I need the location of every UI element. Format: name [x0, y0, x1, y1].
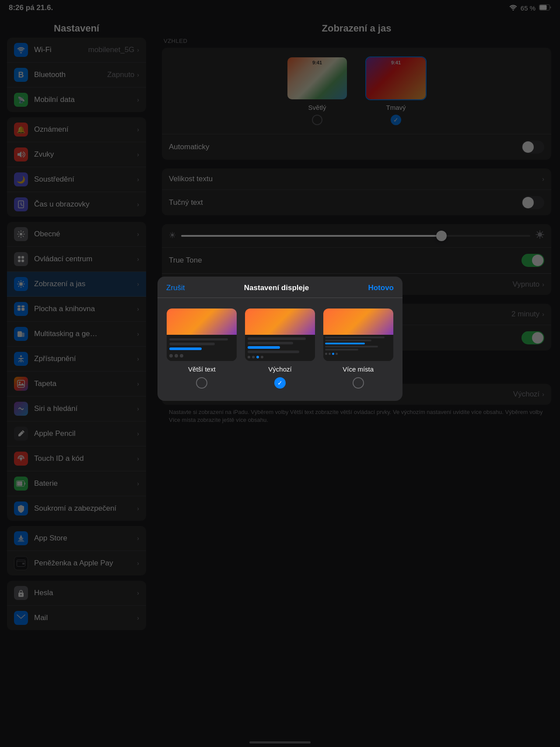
default-bottom	[245, 335, 315, 361]
modal-option-morespace[interactable]: Více místa	[322, 309, 394, 389]
default-radio[interactable]: ✓	[274, 377, 286, 389]
bigger-label: Větší text	[188, 365, 216, 373]
morespace-radio[interactable]	[353, 377, 364, 389]
default-wallpaper	[245, 309, 315, 335]
morespace-wallpaper	[323, 309, 393, 335]
modal-overlay[interactable]: Zrušit Nastavení displeje Hotovo	[0, 0, 560, 747]
modal-option-bigger[interactable]: Větší text	[166, 309, 238, 389]
modal-done-button[interactable]: Hotovo	[368, 284, 394, 292]
modal-preview-bigger	[167, 309, 237, 361]
modal: Zrušit Nastavení displeje Hotovo	[158, 277, 402, 401]
morespace-label: Více místa	[343, 365, 374, 373]
bigger-bottom	[167, 335, 237, 361]
default-label: Výchozí	[268, 365, 291, 373]
modal-preview-default	[245, 309, 315, 361]
bigger-wallpaper	[167, 309, 237, 335]
morespace-bottom	[323, 335, 393, 361]
modal-option-default[interactable]: Výchozí ✓	[245, 309, 316, 389]
default-radio-check: ✓	[277, 379, 283, 386]
modal-preview-morespace	[323, 309, 393, 361]
bigger-radio[interactable]	[196, 377, 207, 389]
modal-title: Nastavení displeje	[244, 284, 309, 292]
modal-header: Zrušit Nastavení displeje Hotovo	[158, 277, 402, 298]
modal-cancel-button[interactable]: Zrušit	[166, 284, 185, 292]
modal-options: Větší text	[158, 298, 402, 401]
